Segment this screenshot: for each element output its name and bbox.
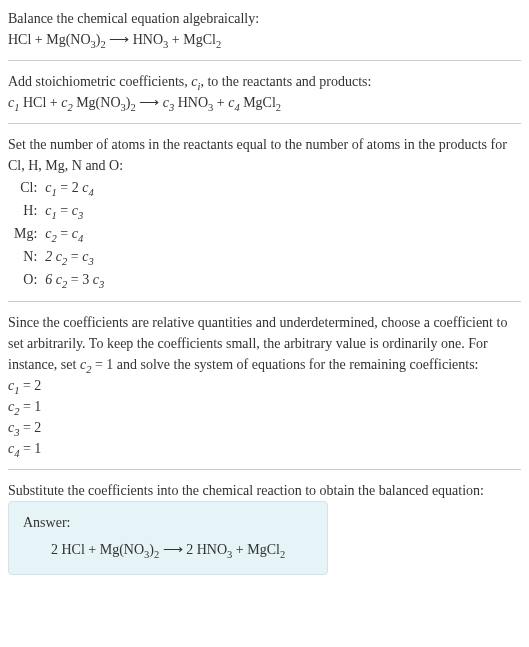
coefficient-result: c2 = 1 bbox=[8, 396, 521, 417]
subscript: 2 bbox=[280, 549, 285, 560]
divider bbox=[8, 123, 521, 124]
intro-section: Balance the chemical equation algebraica… bbox=[8, 8, 521, 50]
equation-rhs: + MgCl bbox=[168, 32, 216, 47]
balance-equation: c2 = c4 bbox=[41, 222, 108, 245]
coeff: c4 bbox=[228, 95, 239, 110]
text: , to the reactants and products: bbox=[200, 74, 371, 89]
answer-label: Answer: bbox=[23, 512, 313, 533]
text: and solve the system of equations for th… bbox=[113, 357, 478, 372]
coefficient-result: c4 = 1 bbox=[8, 438, 521, 459]
element-label: Cl: bbox=[10, 176, 41, 199]
answer-box: Answer: 2 HCl + Mg(NO3)2 ⟶ 2 HNO3 + MgCl… bbox=[8, 501, 328, 575]
element-label: O: bbox=[10, 268, 41, 291]
subscript: 2 bbox=[276, 102, 281, 113]
balance-equation: 6 c2 = 3 c3 bbox=[41, 268, 108, 291]
text: Add stoichiometric coefficients, bbox=[8, 74, 191, 89]
stoich-equation: c1 HCl + c2 Mg(NO3)2 ⟶ c3 HNO3 + c4 MgCl… bbox=[8, 92, 521, 113]
text: 2 HCl + Mg(NO bbox=[51, 542, 144, 557]
atom-row: O:6 c2 = 3 c3 bbox=[10, 268, 108, 291]
choose-section: Since the coefficients are relative quan… bbox=[8, 312, 521, 459]
text: HNO bbox=[174, 95, 208, 110]
element-label: N: bbox=[10, 245, 41, 268]
atoms-text: Set the number of atoms in the reactants… bbox=[8, 134, 521, 176]
text: + MgCl bbox=[232, 542, 280, 557]
atom-row: N:2 c2 = c3 bbox=[10, 245, 108, 268]
coeff: c2 bbox=[61, 95, 72, 110]
divider bbox=[8, 60, 521, 61]
final-section: Substitute the coefficients into the che… bbox=[8, 480, 521, 575]
divider bbox=[8, 469, 521, 470]
balance-equation: c1 = 2 c4 bbox=[41, 176, 108, 199]
answer-equation: 2 HCl + Mg(NO3)2 ⟶ 2 HNO3 + MgCl2 bbox=[23, 539, 313, 560]
arrow-icon: ⟶ bbox=[159, 542, 186, 557]
atom-row: Cl:c1 = 2 c4 bbox=[10, 176, 108, 199]
final-text: Substitute the coefficients into the che… bbox=[8, 480, 521, 501]
coefficient-result: c1 = 2 bbox=[8, 375, 521, 396]
coeff: c3 bbox=[163, 95, 174, 110]
coeff: c1 bbox=[8, 95, 19, 110]
atom-row: H:c1 = c3 bbox=[10, 199, 108, 222]
text: HCl + bbox=[19, 95, 61, 110]
text: 2 HNO bbox=[186, 542, 227, 557]
divider bbox=[8, 301, 521, 302]
balance-equation: c1 = c3 bbox=[41, 199, 108, 222]
coeff: c2 bbox=[80, 357, 91, 372]
stoich-section: Add stoichiometric coefficients, ci, to … bbox=[8, 71, 521, 113]
arrow-icon: ⟶ bbox=[136, 95, 163, 110]
coefficient-results: c1 = 2c2 = 1c3 = 2c4 = 1 bbox=[8, 375, 521, 459]
element-label: H: bbox=[10, 199, 41, 222]
arrow-icon: ⟶ bbox=[106, 32, 133, 47]
coefficient-result: c3 = 2 bbox=[8, 417, 521, 438]
equation-lhs: HCl + Mg(NO bbox=[8, 32, 91, 47]
stoich-text: Add stoichiometric coefficients, ci, to … bbox=[8, 71, 521, 92]
atom-row: Mg:c2 = c4 bbox=[10, 222, 108, 245]
intro-text: Balance the chemical equation algebraica… bbox=[8, 8, 521, 29]
element-label: Mg: bbox=[10, 222, 41, 245]
atom-balance-table: Cl:c1 = 2 c4H:c1 = c3Mg:c2 = c4N:2 c2 = … bbox=[10, 176, 108, 291]
intro-equation: HCl + Mg(NO3)2 ⟶ HNO3 + MgCl2 bbox=[8, 29, 521, 50]
text: MgCl bbox=[240, 95, 276, 110]
text: = 1 bbox=[91, 357, 113, 372]
atoms-section: Set the number of atoms in the reactants… bbox=[8, 134, 521, 291]
balance-equation: 2 c2 = c3 bbox=[41, 245, 108, 268]
text: + bbox=[213, 95, 228, 110]
subscript: 2 bbox=[216, 39, 221, 50]
text: Mg(NO bbox=[73, 95, 121, 110]
equation-rhs: HNO bbox=[133, 32, 163, 47]
choose-text: Since the coefficients are relative quan… bbox=[8, 312, 521, 375]
